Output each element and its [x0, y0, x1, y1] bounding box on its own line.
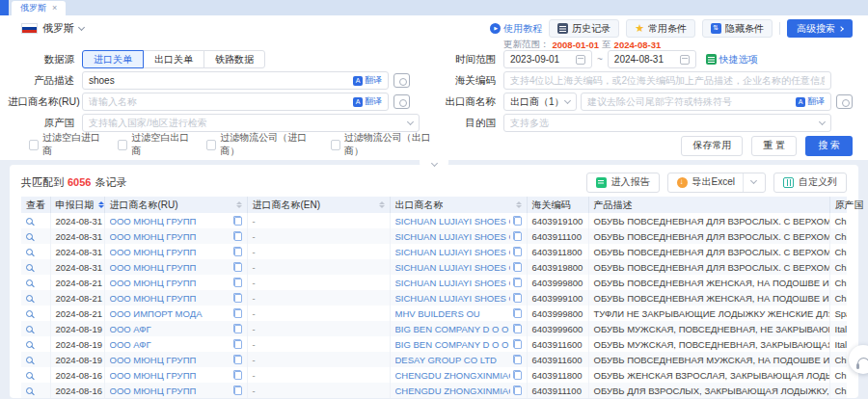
date-end-input[interactable]	[614, 54, 676, 65]
exporter-link[interactable]: SICHUAN LUJIAYI SHOES CO LTD	[395, 278, 510, 288]
copy-icon[interactable]	[513, 293, 522, 303]
importer-ru-link[interactable]: ООО АФГ	[110, 339, 231, 350]
exporter-link[interactable]: CHENGDU ZHONGXINMIAO TRADING C	[395, 386, 510, 396]
checkbox-icon[interactable]	[29, 140, 39, 150]
copy-icon[interactable]	[233, 370, 242, 380]
table-row[interactable]: 2024-08-31 ООО МЮНЦ ГРУПП - SICHUAN LUJI…	[21, 228, 847, 244]
table-row[interactable]: 2024-08-19 ООО АФГ - BIG BEN COMPANY D O…	[21, 336, 847, 352]
export-dropdown[interactable]	[743, 173, 756, 192]
importer-ru-link[interactable]: ООО МЮНЦ ГРУПП	[110, 355, 231, 365]
sort-icon[interactable]	[98, 201, 104, 208]
save-favorite-button[interactable]: 保存常用	[681, 136, 743, 156]
table-row[interactable]: 2024-08-19 ООО АФГ - BIG BEN COMPANY D O…	[21, 321, 847, 336]
advanced-search-button[interactable]: 高级搜索	[787, 19, 853, 38]
checkbox-logistics-importer[interactable]: 过滤物流公司（进口商）	[206, 131, 315, 158]
hide-conditions-button[interactable]: 隐藏条件	[702, 19, 773, 38]
exporter-input[interactable]	[587, 96, 792, 107]
screenshot-camera-icon[interactable]	[393, 73, 410, 88]
copy-icon[interactable]	[513, 231, 522, 241]
date-start-input[interactable]	[510, 54, 572, 65]
hs-code-input[interactable]	[510, 75, 825, 86]
table-row[interactable]: 2024-08-31 ООО МЮНЦ ГРУПП - SICHUAN LUJI…	[21, 259, 847, 275]
copy-icon[interactable]	[233, 293, 242, 303]
checkbox-blank-exporter[interactable]: 过滤空白出口商	[118, 131, 192, 158]
copy-icon[interactable]	[513, 262, 522, 272]
collapse-panel-handle[interactable]	[420, 160, 448, 170]
magnifier-icon[interactable]	[26, 341, 33, 348]
copy-icon[interactable]	[233, 247, 242, 256]
exporter-link[interactable]: CHENGDU ZHONGXINMIAO TRADING C	[395, 370, 510, 381]
product-desc-input[interactable]	[89, 75, 349, 86]
checkbox-icon[interactable]	[331, 140, 340, 150]
magnifier-icon[interactable]	[26, 387, 33, 394]
importer-ru-link[interactable]: ООО МЮНЦ ГРУПП	[110, 231, 231, 242]
sort-icon[interactable]	[236, 201, 242, 208]
exporter-link[interactable]: SICHUAN LUJIAYI SHOES CO LTD	[395, 247, 510, 257]
sort-icon[interactable]	[379, 201, 385, 208]
exporter-link[interactable]: BIG BEN COMPANY D O O FROM BEST T	[395, 324, 510, 334]
copy-icon[interactable]	[513, 370, 522, 380]
copy-icon[interactable]	[513, 339, 522, 349]
tab-russia[interactable]: 俄罗斯 ×	[12, 1, 66, 15]
importer-ru-link[interactable]: ООО МЮНЦ ГРУПП	[110, 216, 231, 226]
tab-import-customs[interactable]: 进口关单	[82, 50, 144, 68]
checkbox-blank-importer[interactable]: 过滤空白进口商	[29, 131, 103, 158]
origin-select[interactable]	[82, 114, 420, 132]
close-icon[interactable]: ×	[52, 4, 57, 13]
exporter-link[interactable]: SICHUAN LUJIAYI SHOES CO LTD	[395, 216, 510, 226]
exporter-type-select[interactable]	[503, 93, 577, 111]
copy-icon[interactable]	[513, 308, 522, 318]
copy-icon[interactable]	[513, 247, 522, 256]
favorites-button[interactable]: ★ 常用条件	[626, 19, 695, 38]
checkbox-icon[interactable]	[118, 140, 127, 150]
table-row[interactable]: 2024-08-19 ООО МЮНЦ ГРУПП - DESAY GROUP …	[21, 352, 847, 367]
copy-icon[interactable]	[513, 355, 522, 364]
translate-link[interactable]: A 翻译	[796, 95, 825, 108]
magnifier-icon[interactable]	[26, 218, 33, 225]
enter-report-button[interactable]: 进入报告	[586, 173, 660, 193]
table-row[interactable]: 2024-08-16 ООО МЮНЦ ГРУПП - CHENGDU ZHON…	[21, 383, 847, 398]
copy-icon[interactable]	[513, 278, 522, 287]
customize-columns-button[interactable]: 自定义列	[773, 173, 847, 193]
reset-button[interactable]: 重 置	[751, 136, 797, 156]
magnifier-icon[interactable]	[26, 295, 33, 302]
importer-ru-link[interactable]: ООО МЮНЦ ГРУПП	[110, 278, 231, 288]
magnifier-icon[interactable]	[26, 326, 33, 332]
quick-options-link[interactable]: 快捷选项	[706, 53, 758, 66]
search-button[interactable]: 搜 索	[805, 136, 853, 156]
date-end-field[interactable]	[608, 50, 696, 68]
exporter-link[interactable]: SICHUAN LUJIAYI SHOES CO LTD	[395, 262, 510, 273]
destination-select[interactable]	[503, 114, 831, 132]
tutorial-link[interactable]: 使用教程	[490, 22, 542, 36]
magnifier-icon[interactable]	[26, 357, 33, 363]
origin-input[interactable]	[89, 118, 404, 128]
copy-icon[interactable]	[233, 386, 242, 395]
copy-icon[interactable]	[233, 355, 242, 364]
magnifier-icon[interactable]	[26, 372, 33, 379]
country-selector[interactable]: 俄罗斯	[21, 21, 84, 36]
importer-ru-link[interactable]: ООО МЮНЦ ГРУПП	[110, 293, 231, 304]
importer-ru-link[interactable]: ООО МЮНЦ ГРУПП	[110, 370, 231, 381]
exporter-type-value[interactable]	[510, 96, 561, 107]
checkbox-icon[interactable]	[206, 140, 216, 150]
sort-icon[interactable]	[516, 201, 522, 208]
copy-icon[interactable]	[513, 216, 522, 226]
copy-icon[interactable]	[233, 216, 242, 226]
exporter-link[interactable]: MHV BUILDERS OU	[395, 308, 510, 319]
screenshot-camera-icon[interactable]	[393, 94, 410, 109]
copy-icon[interactable]	[233, 231, 242, 241]
magnifier-icon[interactable]	[26, 233, 33, 240]
translate-link[interactable]: A 翻译	[353, 95, 382, 108]
exporter-link[interactable]: SICHUAN LUJIAYI SHOES CO LTD	[395, 231, 510, 242]
table-row[interactable]: 2024-08-21 ООО ИМПОРТ МОДА - MHV BUILDER…	[21, 306, 847, 321]
tab-export-customs[interactable]: 出口关单	[143, 50, 204, 68]
magnifier-icon[interactable]	[26, 264, 33, 271]
copy-icon[interactable]	[233, 339, 242, 349]
table-row[interactable]: 2024-08-21 ООО МЮНЦ ГРУПП - SICHUAN LUJI…	[21, 275, 847, 290]
importer-ru-link[interactable]: ООО АФГ	[110, 324, 231, 334]
copy-icon[interactable]	[233, 278, 242, 287]
exporter-link[interactable]: BIG BEN COMPANY D O O FROM BEST T	[395, 339, 510, 350]
date-start-field[interactable]	[503, 50, 592, 68]
translate-link[interactable]: A 翻译	[353, 74, 382, 87]
magnifier-icon[interactable]	[26, 249, 33, 255]
